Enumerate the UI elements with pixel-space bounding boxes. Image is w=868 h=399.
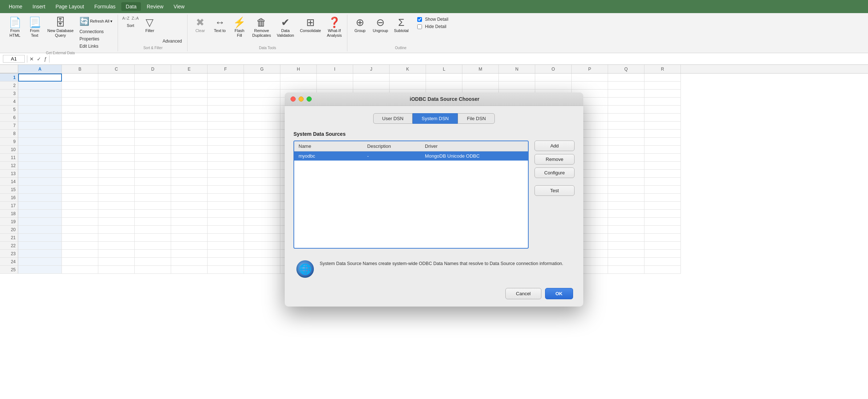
cell-B13[interactable]: [62, 170, 98, 178]
cell-reference-box[interactable]: A1: [3, 55, 25, 63]
table-row[interactable]: myodbc - MongoDB Unicode ODBC: [294, 151, 528, 161]
cell-R24[interactable]: [644, 258, 681, 266]
cell-C14[interactable]: [98, 178, 135, 186]
cell-D24[interactable]: [135, 258, 171, 266]
sort-button[interactable]: Sort: [122, 22, 139, 29]
cell-Q4[interactable]: [608, 98, 644, 106]
advanced-button[interactable]: Advanced: [160, 38, 184, 44]
cell-C24[interactable]: [98, 258, 135, 266]
cell-R21[interactable]: [644, 234, 681, 242]
cell-C23[interactable]: [98, 250, 135, 258]
edit-links-button[interactable]: Edit Links: [77, 43, 115, 50]
cell-A8[interactable]: [18, 130, 62, 138]
configure-button[interactable]: Configure: [534, 167, 575, 178]
row-header-15[interactable]: 15: [0, 186, 18, 194]
cell-D15[interactable]: [135, 186, 171, 194]
col-header-F[interactable]: F: [208, 65, 244, 73]
col-header-J[interactable]: J: [353, 65, 390, 73]
cell-D6[interactable]: [135, 114, 171, 122]
cell-G17[interactable]: [244, 202, 280, 210]
row-header-5[interactable]: 5: [0, 106, 18, 114]
cell-G22[interactable]: [244, 242, 280, 250]
cell-E9[interactable]: [171, 138, 208, 146]
cell-G7[interactable]: [244, 122, 280, 130]
cell-J1[interactable]: [353, 74, 390, 82]
cell-G24[interactable]: [244, 258, 280, 266]
cell-E23[interactable]: [171, 250, 208, 258]
cell-H2[interactable]: [280, 82, 317, 90]
cell-R23[interactable]: [644, 250, 681, 258]
clear-button[interactable]: ✖ Clear: [191, 16, 209, 35]
connections-button[interactable]: Connections: [77, 28, 115, 35]
cell-R17[interactable]: [644, 202, 681, 210]
test-button[interactable]: Test: [534, 185, 575, 196]
cell-B18[interactable]: [62, 210, 98, 218]
group-button[interactable]: ⊕ Group: [351, 16, 369, 35]
cell-Q20[interactable]: [608, 226, 644, 234]
cell-Q10[interactable]: [608, 146, 644, 154]
cell-C15[interactable]: [98, 186, 135, 194]
col-header-I[interactable]: I: [317, 65, 353, 73]
menu-home[interactable]: Home: [4, 2, 27, 11]
cell-F8[interactable]: [208, 130, 244, 138]
cell-C9[interactable]: [98, 138, 135, 146]
cell-R5[interactable]: [644, 106, 681, 114]
cell-F18[interactable]: [208, 210, 244, 218]
cell-Q5[interactable]: [608, 106, 644, 114]
cell-G19[interactable]: [244, 218, 280, 226]
show-detail-checkbox[interactable]: [417, 17, 422, 22]
cell-B21[interactable]: [62, 234, 98, 242]
row-header-3[interactable]: 3: [0, 90, 18, 98]
cell-R16[interactable]: [644, 194, 681, 202]
cell-C20[interactable]: [98, 226, 135, 234]
cell-R20[interactable]: [644, 226, 681, 234]
cell-R4[interactable]: [644, 98, 681, 106]
cell-K1[interactable]: [390, 74, 426, 82]
cell-C2[interactable]: [98, 82, 135, 90]
cell-Q25[interactable]: [608, 266, 644, 274]
minimize-button[interactable]: [299, 96, 304, 102]
cell-F23[interactable]: [208, 250, 244, 258]
cell-G11[interactable]: [244, 154, 280, 162]
cell-E5[interactable]: [171, 106, 208, 114]
cell-E20[interactable]: [171, 226, 208, 234]
cell-D9[interactable]: [135, 138, 171, 146]
cell-D17[interactable]: [135, 202, 171, 210]
hide-detail-button[interactable]: Hide Detail: [415, 23, 450, 30]
col-header-P[interactable]: P: [572, 65, 608, 73]
cell-G1[interactable]: [244, 74, 280, 82]
cell-F6[interactable]: [208, 114, 244, 122]
cell-F22[interactable]: [208, 242, 244, 250]
cell-C3[interactable]: [98, 90, 135, 98]
cell-C5[interactable]: [98, 106, 135, 114]
cell-B12[interactable]: [62, 162, 98, 170]
row-header-9[interactable]: 9: [0, 138, 18, 146]
cell-C10[interactable]: [98, 146, 135, 154]
cell-P1[interactable]: [572, 74, 608, 82]
cell-G13[interactable]: [244, 170, 280, 178]
cell-R7[interactable]: [644, 122, 681, 130]
formula-confirm-icon[interactable]: ✓: [37, 56, 41, 62]
cell-B9[interactable]: [62, 138, 98, 146]
col-header-A[interactable]: A: [18, 65, 62, 73]
ok-button[interactable]: OK: [545, 288, 573, 299]
cell-E11[interactable]: [171, 154, 208, 162]
cell-E6[interactable]: [171, 114, 208, 122]
cell-A10[interactable]: [18, 146, 62, 154]
col-header-B[interactable]: B: [62, 65, 98, 73]
from-text-button[interactable]: 📃 FromText: [25, 16, 44, 39]
cell-F17[interactable]: [208, 202, 244, 210]
cell-G9[interactable]: [244, 138, 280, 146]
cell-A6[interactable]: [18, 114, 62, 122]
cell-F21[interactable]: [208, 234, 244, 242]
row-header-19[interactable]: 19: [0, 218, 18, 226]
cell-R10[interactable]: [644, 146, 681, 154]
cell-I1[interactable]: [317, 74, 353, 82]
cell-G20[interactable]: [244, 226, 280, 234]
cell-F13[interactable]: [208, 170, 244, 178]
cell-D11[interactable]: [135, 154, 171, 162]
menu-page-layout[interactable]: Page Layout: [51, 2, 88, 11]
cell-A7[interactable]: [18, 122, 62, 130]
cell-A3[interactable]: [18, 90, 62, 98]
cell-E16[interactable]: [171, 194, 208, 202]
